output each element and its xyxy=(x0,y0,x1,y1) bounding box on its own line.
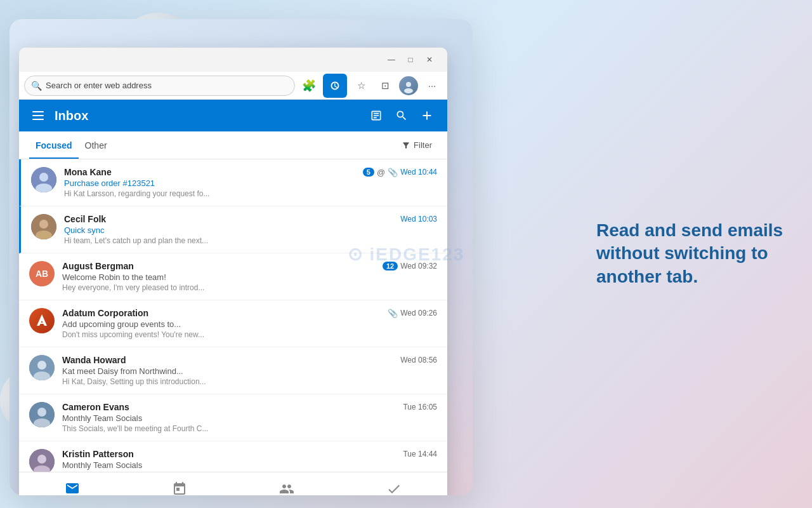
favorites-button[interactable]: ☆ xyxy=(351,76,371,96)
svg-point-2 xyxy=(404,88,413,93)
outlook-app: Inbox xyxy=(19,100,447,495)
email-badge-3: 12 xyxy=(383,262,398,271)
email-preview-3: Hey everyone, I'm very pleased to introd… xyxy=(62,283,437,292)
email-item-5[interactable]: Wanda Howard Wed 08:56 Kat meet Daisy fr… xyxy=(19,347,447,394)
nav-people[interactable] xyxy=(269,478,304,496)
email-time-6: Tue 16:05 xyxy=(403,403,437,411)
extensions-button[interactable]: 🧩 xyxy=(299,76,319,96)
svg-point-20 xyxy=(37,455,46,464)
svg-point-14 xyxy=(37,361,46,370)
avatar-adatum xyxy=(29,308,55,333)
email-time-3: Wed 09:32 xyxy=(400,262,437,271)
attachment-icon-1: 📎 xyxy=(388,168,398,177)
maximize-button[interactable]: □ xyxy=(403,52,418,67)
bottom-nav xyxy=(19,472,447,495)
main-card: — □ ✕ 🔍 Search or enter web address 🧩 ☆ … xyxy=(10,19,473,495)
right-panel: Read and send emails without switching t… xyxy=(596,219,787,288)
email-item-3[interactable]: AB August Bergman 12 Wed 09:32 Welcome R… xyxy=(19,253,447,300)
right-headline: Read and send emails without switching t… xyxy=(596,219,787,288)
sender-name-4: Adatum Corporation xyxy=(62,308,148,318)
sender-name-1: Mona Kane xyxy=(64,167,112,177)
avatar-august-bergman: AB xyxy=(29,261,55,286)
at-icon-1: @ xyxy=(377,168,385,177)
search-bar[interactable]: 🔍 Search or enter web address xyxy=(24,76,295,96)
email-content-7: Kristin Patterson Tue 14:44 Monthly Team… xyxy=(62,449,437,471)
svg-rect-5 xyxy=(32,119,44,120)
hamburger-menu-button[interactable] xyxy=(29,107,47,124)
email-content-2: Cecil Folk Wed 10:03 Quick sync Hi team,… xyxy=(64,214,437,245)
email-item-6[interactable]: Cameron Evans Tue 16:05 Monthly Team Soc… xyxy=(19,394,447,441)
nav-mail[interactable] xyxy=(55,477,90,496)
email-preview-1: Hi Kat Larsson, regarding your request f… xyxy=(64,189,437,198)
email-subject-4: Add upcoming group events to... xyxy=(62,319,437,329)
filter-button[interactable]: Filter xyxy=(396,138,437,152)
attachment-icon-4: 📎 xyxy=(388,309,398,318)
tab-other[interactable]: Other xyxy=(79,131,114,159)
email-item-4[interactable]: Adatum Corporation 📎 Wed 09:26 Add upcom… xyxy=(19,300,447,347)
nav-calendar[interactable] xyxy=(162,478,197,496)
browser-titlebar: — □ ✕ xyxy=(19,48,447,72)
svg-point-17 xyxy=(37,408,46,417)
filter-label: Filter xyxy=(414,140,432,150)
email-time-4: Wed 09:26 xyxy=(400,309,437,318)
email-list: Mona Kane 5 @ 📎 Wed 10:44 Purchase order… xyxy=(19,159,447,472)
header-actions xyxy=(366,105,437,126)
sender-name-2: Cecil Folk xyxy=(64,214,106,224)
avatar-wanda-howard xyxy=(29,355,55,380)
sender-name-3: August Bergman xyxy=(62,261,134,271)
email-subject-2: Quick sync xyxy=(64,225,437,235)
email-time-1: Wed 10:44 xyxy=(400,168,437,177)
email-subject-7: Monthly Team Socials xyxy=(62,460,437,470)
email-content-5: Wanda Howard Wed 08:56 Kat meet Daisy fr… xyxy=(62,355,437,386)
collections-button[interactable]: ⊡ xyxy=(375,76,395,96)
add-button[interactable] xyxy=(417,105,437,126)
email-content-4: Adatum Corporation 📎 Wed 09:26 Add upcom… xyxy=(62,308,437,339)
email-subject-5: Kat meet Daisy from Northwind... xyxy=(62,366,437,376)
email-preview-2: Hi team, Let's catch up and plan the nex… xyxy=(64,236,437,245)
address-bar-text: Search or enter web address xyxy=(46,81,288,90)
email-item-2[interactable]: Cecil Folk Wed 10:03 Quick sync Hi team,… xyxy=(19,206,447,253)
avatar-cecil-folk xyxy=(31,214,56,239)
email-preview-5: Hi Kat, Daisy, Setting up this introduct… xyxy=(62,377,437,386)
search-button[interactable] xyxy=(391,105,412,126)
outlook-tab-icon[interactable] xyxy=(323,74,347,98)
browser-window: — □ ✕ 🔍 Search or enter web address 🧩 ☆ … xyxy=(19,48,447,495)
menu-button[interactable]: ··· xyxy=(422,76,442,96)
email-item-1[interactable]: Mona Kane 5 @ 📎 Wed 10:44 Purchase order… xyxy=(19,159,447,206)
window-controls: — □ ✕ xyxy=(384,52,437,67)
tabs-row: Focused Other Filter xyxy=(19,131,447,159)
sender-name-7: Kristin Patterson xyxy=(62,449,134,459)
search-icon: 🔍 xyxy=(31,81,42,91)
email-time-7: Tue 14:44 xyxy=(403,450,437,458)
close-button[interactable]: ✕ xyxy=(422,52,437,67)
compose-button[interactable] xyxy=(366,105,386,126)
email-badge-1: 5 xyxy=(363,168,374,177)
email-meta-7: Tue 14:44 xyxy=(403,450,437,458)
email-subject-1: Purchase order #123521 xyxy=(64,178,437,188)
avatar-kristin-patterson xyxy=(29,449,55,472)
email-meta-3: 12 Wed 09:32 xyxy=(383,262,437,271)
minimize-button[interactable]: — xyxy=(384,52,399,67)
avatar-cameron-evans xyxy=(29,402,55,427)
email-meta-2: Wed 10:03 xyxy=(400,215,437,224)
svg-point-7 xyxy=(39,173,48,182)
email-meta-6: Tue 16:05 xyxy=(403,403,437,411)
email-content-3: August Bergman 12 Wed 09:32 Welcome Robi… xyxy=(62,261,437,292)
email-item-7[interactable]: Kristin Patterson Tue 14:44 Monthly Team… xyxy=(19,441,447,472)
svg-rect-4 xyxy=(32,115,44,116)
email-meta-1: 5 @ 📎 Wed 10:44 xyxy=(363,168,437,177)
email-content-1: Mona Kane 5 @ 📎 Wed 10:44 Purchase order… xyxy=(64,167,437,198)
email-meta-4: 📎 Wed 09:26 xyxy=(388,309,437,318)
svg-point-10 xyxy=(39,220,48,229)
browser-toolbar: 🔍 Search or enter web address 🧩 ☆ ⊡ ··· xyxy=(19,72,447,100)
email-preview-4: Don't miss upcoming events! You're new..… xyxy=(62,330,437,339)
avatar-mona-kane xyxy=(31,167,56,192)
tab-focused[interactable]: Focused xyxy=(29,131,79,159)
svg-rect-3 xyxy=(32,111,44,112)
profile-avatar[interactable] xyxy=(399,76,418,95)
email-subject-3: Welcome Robin to the team! xyxy=(62,272,437,282)
svg-point-1 xyxy=(406,82,411,87)
nav-tasks[interactable] xyxy=(376,478,412,496)
outlook-header: Inbox xyxy=(19,100,447,131)
inbox-title: Inbox xyxy=(55,109,358,123)
